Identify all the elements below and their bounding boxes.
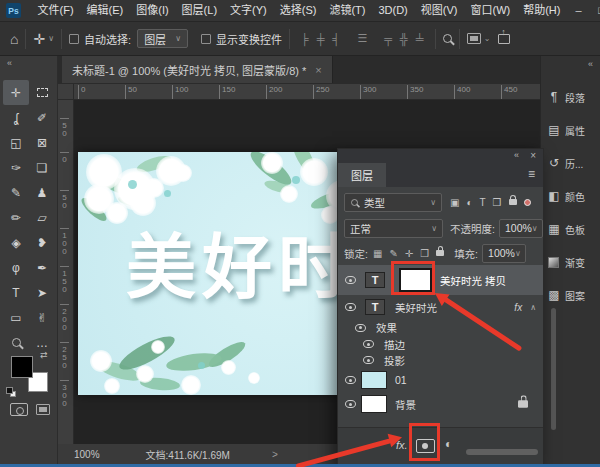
- auto-select-checkbox[interactable]: [69, 34, 79, 44]
- rectangle-tool[interactable]: ▭: [3, 305, 29, 330]
- panel-collapse-icon[interactable]: «: [514, 150, 519, 160]
- history-brush-tool[interactable]: ✏: [3, 205, 29, 230]
- toolbar-collapse-icon[interactable]: «: [7, 58, 12, 68]
- menu-view[interactable]: 视图(V): [414, 0, 464, 21]
- eraser-tool[interactable]: ▱: [29, 205, 55, 230]
- clone-stamp-tool[interactable]: ♟: [29, 180, 55, 205]
- align-vertical-centers-icon[interactable]: ╬: [396, 33, 412, 45]
- filter-toggle-icon[interactable]: [524, 199, 531, 206]
- brush-tool[interactable]: ✎: [3, 180, 29, 205]
- menu-help[interactable]: 帮助(H): [517, 0, 567, 21]
- layer-visibility-icon[interactable]: [345, 303, 356, 311]
- layer-visibility-icon[interactable]: [355, 324, 366, 332]
- layer-visibility-icon[interactable]: [363, 356, 374, 364]
- menu-type[interactable]: 文字(Y): [224, 0, 274, 21]
- panel-swatches[interactable]: ▦色板: [543, 214, 600, 244]
- layer-visibility-icon[interactable]: [345, 400, 356, 408]
- text-layer-thumbnail[interactable]: T: [365, 299, 385, 315]
- tab-close-icon[interactable]: ×: [315, 64, 321, 76]
- panel-color[interactable]: ◧颜色: [543, 181, 600, 211]
- tool-preset-caret-icon[interactable]: ∨: [48, 34, 54, 43]
- tab-layers[interactable]: 图层: [338, 163, 386, 187]
- align-right-edges-icon[interactable]: ╡: [329, 33, 345, 45]
- dock-scrollbar[interactable]: [551, 308, 556, 430]
- layer-visibility-icon[interactable]: [345, 276, 356, 284]
- search-icon[interactable]: [443, 34, 452, 43]
- quick-selection-tool[interactable]: ✐: [29, 105, 55, 130]
- filter-type-layers-icon[interactable]: T: [480, 197, 486, 208]
- filter-adjustment-layers-icon[interactable]: ◐: [466, 197, 472, 208]
- dodge-tool[interactable]: φ: [3, 255, 29, 280]
- zoom-tool[interactable]: [3, 330, 29, 355]
- type-tool[interactable]: T: [3, 280, 29, 305]
- panel-history[interactable]: ↺历...: [543, 148, 600, 178]
- more-options-caret-icon[interactable]: ⌄: [484, 34, 491, 43]
- pen-tool[interactable]: ✒: [29, 255, 55, 280]
- panel-patterns[interactable]: ▩图案: [543, 280, 600, 310]
- blur-tool[interactable]: ❥: [29, 230, 55, 255]
- filter-smart-objects-icon[interactable]: [509, 199, 517, 205]
- path-selection-tool[interactable]: ➤: [29, 280, 55, 305]
- menu-filter[interactable]: 滤镜(T): [323, 0, 372, 21]
- hand-tool[interactable]: ✌: [29, 305, 55, 330]
- layer-row-7[interactable]: 背景: [338, 392, 543, 416]
- panel-gradients[interactable]: 渐变: [543, 247, 600, 277]
- lock-position-icon[interactable]: ✛: [405, 248, 413, 259]
- swap-colors-icon[interactable]: ⇄: [40, 350, 48, 360]
- default-colors-icon[interactable]: [6, 387, 13, 394]
- panel-close-icon[interactable]: ×: [530, 150, 536, 161]
- panel-properties[interactable]: ▤属性: [543, 115, 600, 145]
- crop-tool[interactable]: ◱: [3, 130, 29, 155]
- maximize-button[interactable]: □: [590, 0, 600, 21]
- auto-select-dropdown[interactable]: 图层 ∨: [137, 29, 188, 48]
- filter-shape-layers-icon[interactable]: ❒: [493, 197, 502, 208]
- menu-window[interactable]: 窗口(W): [464, 0, 517, 21]
- align-left-edges-icon[interactable]: ╞: [297, 33, 313, 45]
- panel-menu-icon[interactable]: ≡: [528, 167, 535, 181]
- minimize-button[interactable]: –: [567, 0, 590, 21]
- share-icon[interactable]: [498, 34, 510, 44]
- blend-mode-dropdown[interactable]: 正常 ∨: [344, 219, 443, 238]
- show-transform-checkbox[interactable]: [201, 34, 211, 44]
- dock-collapse-icon[interactable]: «: [588, 59, 593, 69]
- fill-dropdown[interactable]: 100% ∨: [482, 244, 526, 263]
- image-layer-thumbnail[interactable]: [361, 395, 387, 413]
- opacity-dropdown[interactable]: 100% ∨: [499, 219, 543, 238]
- lock-all-icon[interactable]: [436, 250, 444, 256]
- eyedropper-tool[interactable]: ✑: [3, 155, 29, 180]
- menu-layer[interactable]: 图层(L): [175, 0, 223, 21]
- zoom-level[interactable]: 100%: [74, 449, 100, 460]
- menu-file[interactable]: 文件(F): [31, 0, 80, 21]
- lock-transparency-icon[interactable]: ▦: [373, 248, 382, 259]
- menu-select[interactable]: 选择(S): [273, 0, 323, 21]
- filter-type-dropdown[interactable]: 类型 ∨: [344, 193, 442, 212]
- panel-paragraph[interactable]: ¶段落: [543, 82, 600, 112]
- frame-tool[interactable]: ⊠: [29, 130, 55, 155]
- layer-row-5[interactable]: 投影: [338, 352, 543, 368]
- layer-row-6[interactable]: 01: [338, 368, 543, 392]
- layers-horizontal-scrollbar[interactable]: [466, 449, 538, 455]
- layer-row-3[interactable]: 效果: [338, 319, 543, 336]
- layer-fx-badge[interactable]: fx: [514, 302, 522, 313]
- align-top-edges-icon[interactable]: ╤: [380, 33, 396, 45]
- layer-visibility-icon[interactable]: [363, 340, 374, 348]
- filter-pixel-layers-icon[interactable]: ▣: [450, 197, 459, 208]
- move-tool[interactable]: ✛: [3, 80, 29, 105]
- home-icon[interactable]: ⌂: [10, 31, 18, 47]
- rectangular-marquee-tool[interactable]: [29, 80, 55, 105]
- lock-artboard-icon[interactable]: ❒: [420, 248, 429, 259]
- text-layer-thumbnail[interactable]: T: [365, 272, 385, 288]
- add-adjustment-layer-button[interactable]: ◐: [445, 437, 452, 451]
- layer-visibility-icon[interactable]: [345, 376, 356, 384]
- lock-pixels-icon[interactable]: ✎: [389, 248, 397, 259]
- menu-image[interactable]: 图像(I): [130, 0, 175, 21]
- menu-edit[interactable]: 编辑(E): [80, 0, 130, 21]
- distribute-horizontal-centers-icon[interactable]: ☰: [353, 32, 371, 45]
- foreground-color-swatch[interactable]: [11, 356, 33, 378]
- image-layer-thumbnail[interactable]: [361, 371, 387, 389]
- lasso-tool[interactable]: ʆ: [3, 105, 29, 130]
- quick-mask-button[interactable]: [10, 403, 28, 416]
- align-bottom-edges-icon[interactable]: ╧: [412, 33, 428, 45]
- status-chevron-icon[interactable]: >: [272, 449, 278, 460]
- fx-collapse-icon[interactable]: ∧: [530, 303, 536, 312]
